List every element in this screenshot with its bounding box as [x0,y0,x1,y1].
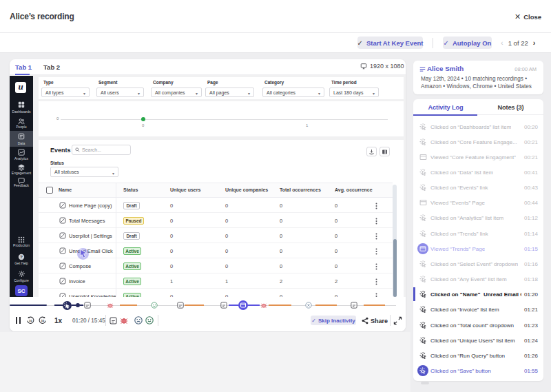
svg-text:10: 10 [41,319,44,322]
svg-text:10: 10 [29,319,32,322]
svg-text:?: ? [20,254,23,259]
